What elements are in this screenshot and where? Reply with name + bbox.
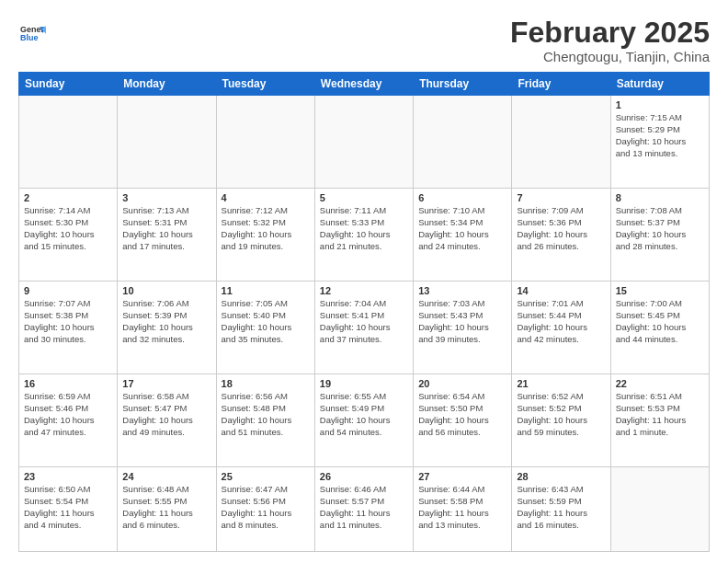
table-cell: 11Sunrise: 7:05 AM Sunset: 5:40 PM Dayli…: [216, 282, 314, 374]
day-number: 23: [24, 471, 112, 482]
day-info: Sunrise: 6:52 AM Sunset: 5:52 PM Dayligh…: [517, 391, 605, 438]
table-cell: [118, 96, 216, 189]
day-number: 12: [320, 285, 408, 296]
day-number: 24: [122, 471, 210, 482]
table-cell: [512, 96, 610, 189]
logo-icon: General Blue: [20, 20, 46, 46]
table-cell: 27Sunrise: 6:44 AM Sunset: 5:58 PM Dayli…: [414, 467, 512, 552]
table-cell: 25Sunrise: 6:47 AM Sunset: 5:56 PM Dayli…: [216, 467, 314, 552]
day-info: Sunrise: 7:15 AM Sunset: 5:29 PM Dayligh…: [616, 112, 704, 159]
day-info: Sunrise: 7:06 AM Sunset: 5:39 PM Dayligh…: [122, 298, 210, 345]
header-row: Sunday Monday Tuesday Wednesday Thursday…: [19, 73, 710, 96]
day-number: 28: [517, 471, 605, 482]
table-cell: 24Sunrise: 6:48 AM Sunset: 5:55 PM Dayli…: [118, 467, 216, 552]
day-info: Sunrise: 6:58 AM Sunset: 5:47 PM Dayligh…: [122, 391, 210, 438]
day-info: Sunrise: 6:44 AM Sunset: 5:58 PM Dayligh…: [418, 484, 506, 531]
month-title: February 2025: [510, 17, 710, 49]
col-wednesday: Wednesday: [314, 73, 413, 96]
table-cell: 15Sunrise: 7:00 AM Sunset: 5:45 PM Dayli…: [610, 282, 709, 374]
day-number: 14: [517, 285, 605, 296]
table-cell: 12Sunrise: 7:04 AM Sunset: 5:41 PM Dayli…: [314, 282, 413, 374]
day-info: Sunrise: 6:54 AM Sunset: 5:50 PM Dayligh…: [418, 391, 506, 438]
table-cell: 2Sunrise: 7:14 AM Sunset: 5:30 PM Daylig…: [19, 189, 118, 282]
table-cell: [314, 96, 413, 189]
table-cell: 23Sunrise: 6:50 AM Sunset: 5:54 PM Dayli…: [19, 467, 118, 552]
col-thursday: Thursday: [414, 73, 512, 96]
day-number: 25: [222, 471, 310, 482]
day-info: Sunrise: 7:01 AM Sunset: 5:44 PM Dayligh…: [517, 298, 605, 345]
location: Chengtougu, Tianjin, China: [510, 49, 710, 64]
day-info: Sunrise: 6:59 AM Sunset: 5:46 PM Dayligh…: [24, 391, 112, 438]
day-number: 11: [222, 285, 310, 296]
day-number: 2: [24, 192, 112, 203]
col-tuesday: Tuesday: [216, 73, 314, 96]
table-cell: 7Sunrise: 7:09 AM Sunset: 5:36 PM Daylig…: [512, 189, 610, 282]
table-cell: 18Sunrise: 6:56 AM Sunset: 5:48 PM Dayli…: [216, 374, 314, 467]
table-cell: 19Sunrise: 6:55 AM Sunset: 5:49 PM Dayli…: [314, 374, 413, 467]
day-info: Sunrise: 7:04 AM Sunset: 5:41 PM Dayligh…: [320, 298, 408, 345]
day-info: Sunrise: 6:43 AM Sunset: 5:59 PM Dayligh…: [517, 484, 605, 531]
week-row-3: 9Sunrise: 7:07 AM Sunset: 5:38 PM Daylig…: [19, 282, 710, 374]
table-cell: 16Sunrise: 6:59 AM Sunset: 5:46 PM Dayli…: [19, 374, 118, 467]
table-cell: [610, 467, 709, 552]
day-info: Sunrise: 7:08 AM Sunset: 5:37 PM Dayligh…: [616, 205, 704, 252]
day-number: 26: [320, 471, 408, 482]
day-number: 4: [222, 192, 310, 203]
day-info: Sunrise: 6:50 AM Sunset: 5:54 PM Dayligh…: [24, 484, 112, 531]
title-block: February 2025 Chengtougu, Tianjin, China: [510, 17, 710, 64]
day-info: Sunrise: 6:46 AM Sunset: 5:57 PM Dayligh…: [320, 484, 408, 531]
week-row-1: 1Sunrise: 7:15 AM Sunset: 5:29 PM Daylig…: [19, 96, 710, 189]
col-sunday: Sunday: [19, 73, 118, 96]
table-cell: 28Sunrise: 6:43 AM Sunset: 5:59 PM Dayli…: [512, 467, 610, 552]
col-monday: Monday: [118, 73, 216, 96]
table-cell: [19, 96, 118, 189]
table-cell: 8Sunrise: 7:08 AM Sunset: 5:37 PM Daylig…: [610, 189, 709, 282]
day-info: Sunrise: 7:12 AM Sunset: 5:32 PM Dayligh…: [222, 205, 310, 252]
logo-block: General Blue: [18, 20, 46, 50]
day-number: 21: [517, 378, 605, 389]
day-info: Sunrise: 7:05 AM Sunset: 5:40 PM Dayligh…: [222, 298, 310, 345]
day-number: 7: [517, 192, 605, 203]
table-cell: 20Sunrise: 6:54 AM Sunset: 5:50 PM Dayli…: [414, 374, 512, 467]
day-number: 15: [616, 285, 704, 296]
day-number: 13: [418, 285, 506, 296]
day-number: 1: [616, 99, 704, 110]
table-cell: [216, 96, 314, 189]
day-info: Sunrise: 6:56 AM Sunset: 5:48 PM Dayligh…: [222, 391, 310, 438]
table-cell: 17Sunrise: 6:58 AM Sunset: 5:47 PM Dayli…: [118, 374, 216, 467]
table-cell: [414, 96, 512, 189]
table-cell: 5Sunrise: 7:11 AM Sunset: 5:33 PM Daylig…: [314, 189, 413, 282]
table-cell: 1Sunrise: 7:15 AM Sunset: 5:29 PM Daylig…: [610, 96, 709, 189]
day-number: 5: [320, 192, 408, 203]
day-number: 9: [24, 285, 112, 296]
day-info: Sunrise: 7:07 AM Sunset: 5:38 PM Dayligh…: [24, 298, 112, 345]
day-info: Sunrise: 6:47 AM Sunset: 5:56 PM Dayligh…: [222, 484, 310, 531]
day-info: Sunrise: 7:09 AM Sunset: 5:36 PM Dayligh…: [517, 205, 605, 252]
day-info: Sunrise: 6:55 AM Sunset: 5:49 PM Dayligh…: [320, 391, 408, 438]
day-number: 18: [222, 378, 310, 389]
day-info: Sunrise: 7:13 AM Sunset: 5:31 PM Dayligh…: [122, 205, 210, 252]
day-info: Sunrise: 7:11 AM Sunset: 5:33 PM Dayligh…: [320, 205, 408, 252]
day-number: 19: [320, 378, 408, 389]
day-number: 16: [24, 378, 112, 389]
table-cell: 4Sunrise: 7:12 AM Sunset: 5:32 PM Daylig…: [216, 189, 314, 282]
table-cell: 26Sunrise: 6:46 AM Sunset: 5:57 PM Dayli…: [314, 467, 413, 552]
day-info: Sunrise: 7:10 AM Sunset: 5:34 PM Dayligh…: [418, 205, 506, 252]
table-cell: 13Sunrise: 7:03 AM Sunset: 5:43 PM Dayli…: [414, 282, 512, 374]
table-cell: 6Sunrise: 7:10 AM Sunset: 5:34 PM Daylig…: [414, 189, 512, 282]
day-number: 27: [418, 471, 506, 482]
day-number: 10: [122, 285, 210, 296]
header: General Blue February 2025 Chengtougu, T…: [18, 17, 710, 64]
logo: General Blue: [18, 20, 46, 50]
svg-text:Blue: Blue: [20, 33, 38, 42]
day-info: Sunrise: 7:03 AM Sunset: 5:43 PM Dayligh…: [418, 298, 506, 345]
table-cell: 14Sunrise: 7:01 AM Sunset: 5:44 PM Dayli…: [512, 282, 610, 374]
day-number: 3: [122, 192, 210, 203]
day-info: Sunrise: 7:00 AM Sunset: 5:45 PM Dayligh…: [616, 298, 704, 345]
table-cell: 3Sunrise: 7:13 AM Sunset: 5:31 PM Daylig…: [118, 189, 216, 282]
day-number: 17: [122, 378, 210, 389]
table-cell: 21Sunrise: 6:52 AM Sunset: 5:52 PM Dayli…: [512, 374, 610, 467]
day-number: 6: [418, 192, 506, 203]
week-row-2: 2Sunrise: 7:14 AM Sunset: 5:30 PM Daylig…: [19, 189, 710, 282]
week-row-5: 23Sunrise: 6:50 AM Sunset: 5:54 PM Dayli…: [19, 467, 710, 552]
